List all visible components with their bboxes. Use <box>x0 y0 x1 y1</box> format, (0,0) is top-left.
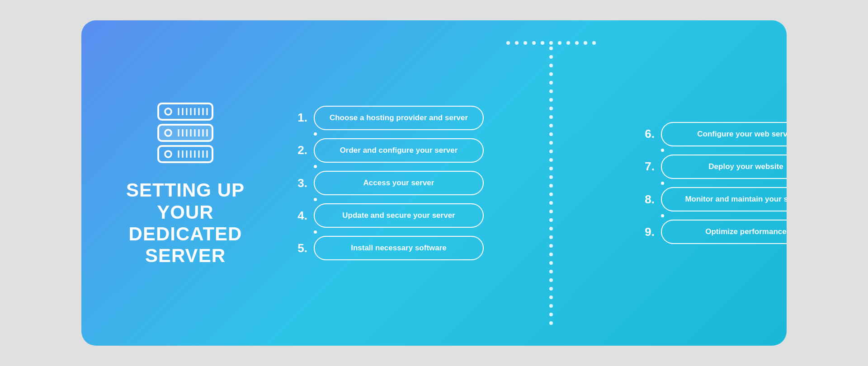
page-title: SETTING UP YOUR DEDICATED SERVER <box>108 179 262 267</box>
step-row-7: 7. Deploy your website <box>637 155 787 179</box>
step-row-9: 9. Optimize performance <box>637 220 787 244</box>
dots-top-row <box>506 41 596 45</box>
step-number-5: 5. <box>289 241 307 255</box>
step-number-3: 3. <box>289 176 307 190</box>
svg-point-1 <box>165 108 171 115</box>
connector-3 <box>314 195 317 203</box>
step-row-4: 4. Update and secure your server <box>289 203 484 228</box>
server-icon <box>145 99 226 169</box>
step-pill-6: Configure your web server <box>661 122 787 146</box>
svg-point-21 <box>165 151 171 157</box>
connector-6 <box>661 146 664 155</box>
step-pill-4: Update and secure your server <box>314 203 484 228</box>
step-row-8: 8. Monitor and maintain your server <box>637 187 787 211</box>
svg-rect-20 <box>158 146 212 162</box>
step-number-9: 9. <box>637 225 655 239</box>
step-number-4: 4. <box>289 209 307 223</box>
step-pill-9: Optimize performance <box>661 220 787 244</box>
connector-1 <box>314 130 317 138</box>
main-card: SETTING UP YOUR DEDICATED SERVER 1. Choo… <box>81 20 787 346</box>
dots-col <box>549 47 553 325</box>
step-number-8: 8. <box>637 192 655 206</box>
connector-4 <box>314 228 317 236</box>
step-pill-8: Monitor and maintain your server <box>661 187 787 211</box>
connector-7 <box>661 179 664 187</box>
step-pill-5: Install necessary software <box>314 236 484 260</box>
step-pill-7: Deploy your website <box>661 155 787 179</box>
step-row-2: 2. Order and configure your server <box>289 138 484 163</box>
svg-rect-0 <box>158 103 212 120</box>
step-number-1: 1. <box>289 111 307 125</box>
step-pill-1: Choose a hosting provider and server <box>314 106 484 130</box>
step-pill-2: Order and configure your server <box>314 138 484 163</box>
connector-8 <box>661 211 664 220</box>
step-number-2: 2. <box>289 143 307 157</box>
connector-2 <box>314 163 317 171</box>
step-row-5: 5. Install necessary software <box>289 236 484 260</box>
dots-divider <box>506 41 596 325</box>
step-row-6: 6. Configure your web server <box>637 122 787 146</box>
svg-rect-10 <box>158 125 212 141</box>
step-pill-3: Access your server <box>314 171 484 195</box>
left-section: SETTING UP YOUR DEDICATED SERVER <box>108 99 262 267</box>
steps-right-column: 6. Configure your web server 7. Deploy y… <box>637 122 787 244</box>
steps-left-column: 1. Choose a hosting provider and server … <box>289 106 484 260</box>
step-row-1: 1. Choose a hosting provider and server <box>289 106 484 130</box>
step-number-6: 6. <box>637 127 655 141</box>
step-number-7: 7. <box>637 160 655 174</box>
step-row-3: 3. Access your server <box>289 171 484 195</box>
